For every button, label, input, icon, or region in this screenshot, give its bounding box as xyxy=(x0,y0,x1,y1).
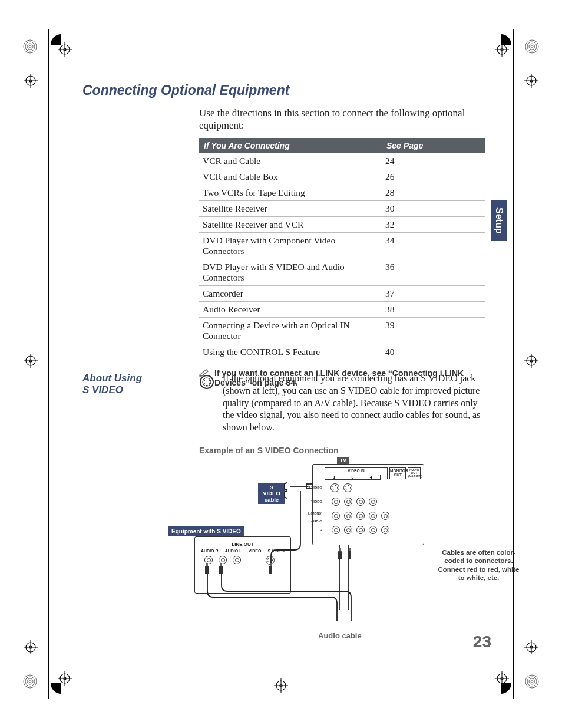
crosshair-target-icon xyxy=(524,354,538,368)
gutter-line xyxy=(45,29,45,699)
table-row: Satellite Receiver30 xyxy=(199,200,485,216)
tv-audio-r-jack xyxy=(356,526,365,534)
svg-point-3 xyxy=(29,45,31,48)
panel-label-audio-out: AUDIO OUT (VAR/FIX) xyxy=(408,467,421,479)
equipment-label: Equipment with S VIDEO xyxy=(168,526,244,536)
svideo-connection-diagram: TV VIDEO IN MONITOR OUT AUDIO OUT (VAR/F… xyxy=(141,457,492,637)
table-header-connecting: If You Are Connecting xyxy=(199,138,382,153)
rca-plug-icon xyxy=(338,551,342,559)
crosshair-target-icon xyxy=(274,678,288,693)
registration-rosette xyxy=(524,39,540,54)
gutter-line xyxy=(513,29,514,699)
gutter-line xyxy=(517,29,517,699)
table-header-page: See Page xyxy=(382,138,485,153)
panel-label-monitor-out: MONITOR OUT xyxy=(389,467,406,479)
registration-rosette xyxy=(22,674,38,689)
page-content: Connecting Optional Equipment Use the di… xyxy=(82,83,494,669)
svg-point-6 xyxy=(529,44,535,50)
svideo-section: If the optional equipment you are connec… xyxy=(199,373,482,455)
subheading-about-svideo: About Using S VIDEO xyxy=(82,373,165,396)
table-row: VCR and Cable Box26 xyxy=(199,169,485,185)
svg-point-63 xyxy=(209,380,210,381)
table-row: Satellite Receiver and VCR32 xyxy=(199,216,485,232)
example-title: Example of an S VIDEO Connection xyxy=(199,446,482,455)
svideo-plug-icon xyxy=(269,566,272,574)
crosshair-target-icon xyxy=(524,640,538,654)
svg-point-65 xyxy=(209,383,210,384)
tv-video-jack xyxy=(369,498,377,506)
gutter-line xyxy=(48,29,49,699)
svg-point-1 xyxy=(25,42,35,51)
svg-point-15 xyxy=(531,680,533,683)
crosshair-target-icon xyxy=(58,671,72,686)
section-title: Connecting Optional Equipment xyxy=(82,83,494,98)
tv-video-jack xyxy=(356,498,365,506)
tv-audio-l-jack xyxy=(381,512,389,520)
table-row: Two VCRs for Tape Editing28 xyxy=(199,185,485,200)
table-row: Camcorder37 xyxy=(199,285,485,301)
tv-audio-l-jack xyxy=(369,512,377,520)
color-code-callout: Cables are often color-coded to connecto… xyxy=(436,548,521,582)
page-number: 23 xyxy=(473,633,491,651)
crosshair-target-icon xyxy=(24,74,38,88)
svg-point-13 xyxy=(527,677,537,686)
table-row: DVD Player with S VIDEO and Audio Connec… xyxy=(199,259,485,285)
tv-video-jack xyxy=(344,498,352,506)
diagram-tv-label: TV xyxy=(337,457,349,464)
crosshair-target-icon xyxy=(58,42,72,57)
table-row: VCR and Cable24 xyxy=(199,153,485,169)
tv-audio-r-jack xyxy=(344,526,352,534)
tv-audio-l-jack xyxy=(344,512,352,520)
intro-paragraph: Use the directions in this section to co… xyxy=(199,107,467,132)
crosshair-target-icon xyxy=(495,42,509,57)
crosshair-target-icon xyxy=(24,354,38,368)
svg-point-11 xyxy=(29,680,31,683)
rca-plug-icon xyxy=(348,551,351,559)
crosshair-target-icon xyxy=(524,74,538,88)
svg-point-14 xyxy=(529,678,535,684)
svg-point-64 xyxy=(204,383,205,384)
table-row: DVD Player with Component Video Connecto… xyxy=(199,232,485,259)
equip-video-jack xyxy=(233,556,241,564)
svg-point-61 xyxy=(203,378,211,386)
crosshair-target-icon xyxy=(24,640,38,654)
tv-svideo-jack xyxy=(343,483,352,492)
table-row: Connecting a Device with an Optical IN C… xyxy=(199,317,485,344)
svideo-paragraph: If the optional equipment you are connec… xyxy=(223,373,482,434)
rca-plug-icon xyxy=(219,566,223,574)
svg-point-62 xyxy=(204,380,205,381)
svg-point-5 xyxy=(527,42,537,51)
tv-audio-r-jack xyxy=(369,526,377,534)
table-row: Using the CONTROL S Feature40 xyxy=(199,344,485,360)
tv-audio-r-jack xyxy=(381,526,389,534)
svg-point-7 xyxy=(531,45,533,48)
svideo-jack-icon xyxy=(199,374,214,434)
rca-plug-icon xyxy=(205,566,209,574)
table-row: Audio Receiver38 xyxy=(199,301,485,317)
svg-point-60 xyxy=(200,375,213,388)
svg-point-2 xyxy=(27,44,33,50)
connection-table: If You Are Connecting See Page VCR and C… xyxy=(199,138,485,360)
svg-point-10 xyxy=(27,678,33,684)
registration-rosette xyxy=(22,39,38,54)
tv-audio-l-jack xyxy=(356,512,365,520)
registration-rosette xyxy=(524,674,540,689)
crosshair-target-icon xyxy=(495,671,509,686)
audio-cable-label: Audio cable xyxy=(318,631,362,640)
svg-point-9 xyxy=(25,677,35,686)
svg-rect-66 xyxy=(206,385,207,386)
